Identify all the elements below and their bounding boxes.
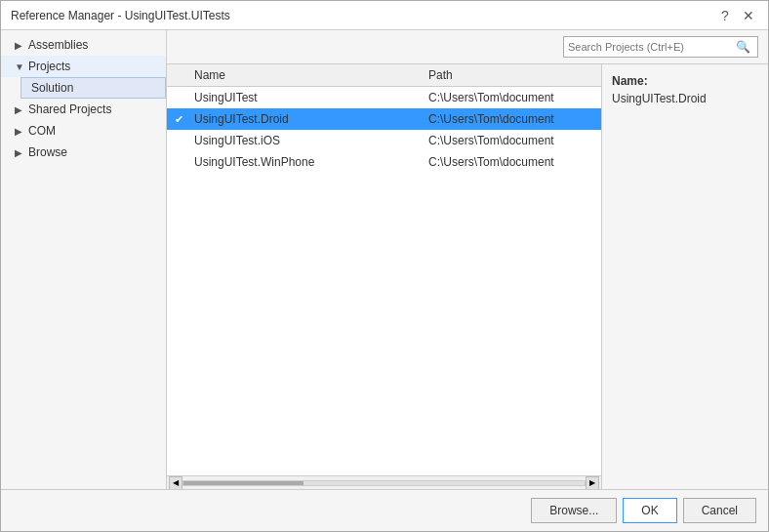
project-list-area: Name Path UsingUITest C:\Users\Tom\docum… [167,64,602,489]
shared-projects-label: Shared Projects [28,102,111,116]
content-area: ▶ Assemblies ▼ Projects Solution ▶ Share… [1,30,768,489]
projects-label: Projects [28,60,70,73]
table-row[interactable]: UsingUITest.iOS C:\Users\Tom\document [167,130,601,151]
row-name-2: UsingUITest.iOS [190,134,425,147]
row-check-1[interactable]: ✔ [167,113,190,126]
assemblies-arrow: ▶ [15,40,24,51]
row-path-2: C:\Users\Tom\document [425,134,601,147]
title-buttons: ? ✕ [715,6,758,25]
cancel-button[interactable]: Cancel [683,498,756,523]
scroll-right-button[interactable]: ▶ [586,476,599,490]
row-path-1: C:\Users\Tom\document [425,112,601,126]
table-row[interactable]: ✔ UsingUITest.Droid C:\Users\Tom\documen… [167,108,601,130]
sidebar-subitem-solution[interactable]: Solution [20,77,166,99]
col-check-header [167,68,190,82]
browse-label: Browse [28,145,67,159]
browse-arrow: ▶ [15,147,24,158]
ok-button[interactable]: OK [623,498,676,523]
detail-label: Name: [612,74,758,88]
help-button[interactable]: ? [715,6,735,25]
right-panel: 🔍 Name Path Us [167,30,768,489]
table-body: UsingUITest C:\Users\Tom\document ✔ Usin… [167,87,601,475]
main-grid: Name Path UsingUITest C:\Users\Tom\docum… [167,64,768,489]
search-input[interactable] [568,41,734,53]
com-label: COM [28,124,56,138]
row-name-3: UsingUITest.WinPhone [190,155,425,169]
row-path-3: C:\Users\Tom\document [425,155,601,169]
scroll-left-button[interactable]: ◀ [169,476,182,490]
row-name-1: UsingUITest.Droid [190,112,425,126]
row-path-0: C:\Users\Tom\document [425,91,601,104]
sidebar-item-shared-projects[interactable]: ▶ Shared Projects [1,99,166,120]
name-detail-panel: Name: UsingUITest.Droid [602,64,768,489]
table-row[interactable]: UsingUITest C:\Users\Tom\document [167,87,601,108]
assemblies-label: Assemblies [28,38,88,52]
close-button[interactable]: ✕ [739,6,758,25]
sidebar-item-browse[interactable]: ▶ Browse [1,142,166,163]
projects-arrow: ▼ [15,61,24,72]
com-arrow: ▶ [15,126,24,137]
row-name-0: UsingUITest [190,91,425,104]
scrollbar-track[interactable] [182,480,586,486]
footer: Browse... OK Cancel [1,489,768,531]
sidebar-item-assemblies[interactable]: ▶ Assemblies [1,34,166,56]
window-title: Reference Manager - UsingUITest.UITests [11,9,230,22]
sidebar-item-com[interactable]: ▶ COM [1,120,166,142]
sidebar: ▶ Assemblies ▼ Projects Solution ▶ Share… [1,30,167,489]
sidebar-subitems-projects: Solution [1,77,166,99]
col-name-header: Name [190,68,425,82]
search-icon-button[interactable]: 🔍 [734,40,752,54]
dialog-window: Reference Manager - UsingUITest.UITests … [0,0,769,532]
title-bar: Reference Manager - UsingUITest.UITests … [1,1,768,30]
col-path-header: Path [425,68,601,82]
horizontal-scrollbar: ◀ ▶ [167,475,601,489]
detail-value: UsingUITest.Droid [612,92,758,105]
scrollbar-thumb[interactable] [183,481,304,485]
browse-button[interactable]: Browse... [531,498,617,523]
search-box: 🔍 [563,36,758,58]
top-bar: 🔍 [167,30,768,64]
table-header: Name Path [167,64,601,87]
search-icon: 🔍 [736,40,750,54]
table-row[interactable]: UsingUITest.WinPhone C:\Users\Tom\docume… [167,151,601,173]
shared-projects-arrow: ▶ [15,104,24,115]
sidebar-item-projects[interactable]: ▼ Projects [1,56,166,77]
